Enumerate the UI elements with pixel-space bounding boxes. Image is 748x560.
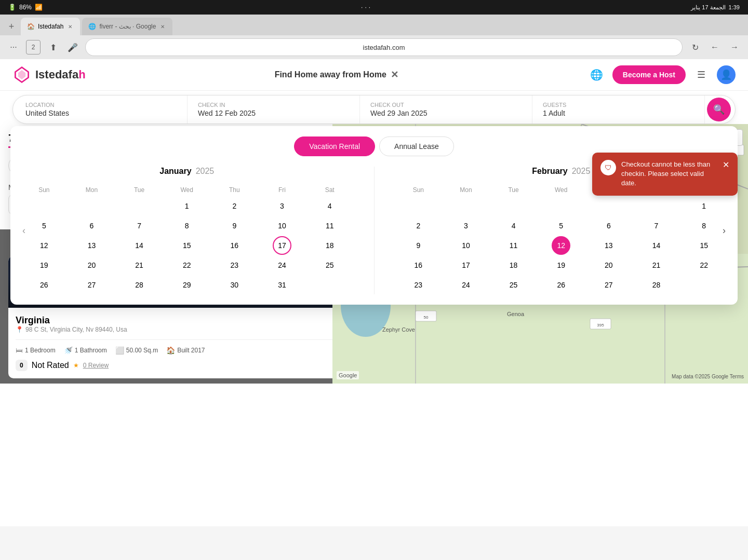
checkin-value: Wed 12 Feb 2025	[198, 109, 349, 117]
jan-day-28[interactable]: 28	[130, 276, 149, 294]
tab-fiverr-icon: 🌐	[88, 23, 96, 30]
jan-day-30[interactable]: 30	[225, 276, 244, 294]
wifi-icon: 📶	[35, 4, 43, 11]
jan-day-27[interactable]: 27	[82, 276, 101, 294]
jan-day-13[interactable]: 13	[82, 236, 101, 255]
google-watermark: Google	[337, 371, 359, 379]
jan-day-23[interactable]: 23	[225, 256, 244, 275]
location-value: United States	[25, 109, 177, 117]
jan-day-15[interactable]: 15	[178, 236, 196, 255]
refresh-button[interactable]: ↻	[688, 40, 702, 54]
guests-label: Guests	[543, 102, 694, 108]
jan-day-18[interactable]: 18	[320, 236, 332, 255]
jan-day-25[interactable]: 25	[320, 256, 332, 275]
header-right: 🌐 Become a Host ☰ 👤	[587, 65, 736, 84]
new-tab-button[interactable]: +	[4, 19, 19, 34]
jan-day-3[interactable]: 3	[273, 197, 291, 215]
genoa-label: Genoa	[507, 311, 524, 317]
error-close-button[interactable]: ✕	[723, 160, 729, 170]
dots-menu-button[interactable]: ···	[6, 40, 21, 54]
jan-day-19[interactable]: 19	[35, 256, 54, 275]
tab-istedafah-label: Istedafah	[38, 23, 63, 30]
calendars: ‹ January 2025 Sun Mon Tue Wed	[21, 167, 332, 294]
left-panel: 7 Prope Vacation Rental Annual Lease ‹ J…	[0, 124, 332, 384]
calendar-prev-button[interactable]: ‹	[17, 223, 31, 238]
status-bar: 🔋 86% 📶 ··· الجمعة 17 يناير 1:39	[0, 0, 748, 15]
back-button[interactable]: ←	[707, 40, 722, 54]
jan-day-31[interactable]: 31	[273, 276, 291, 294]
checkin-label: Check In	[198, 102, 349, 108]
bath-icon: 🚿	[64, 346, 73, 354]
jan-day-14[interactable]: 14	[130, 236, 149, 255]
tab-close-fiverr[interactable]: ✕	[159, 23, 166, 30]
jan-day-12[interactable]: 12	[35, 236, 54, 255]
jan-day-26[interactable]: 26	[35, 276, 54, 294]
location-field[interactable]: Location United States	[15, 95, 188, 124]
user-avatar[interactable]: 👤	[717, 65, 736, 84]
menu-button[interactable]: ☰	[692, 65, 711, 84]
close-search-button[interactable]: ✕	[391, 69, 398, 80]
property-name-address: Virginia 📍 98 C St, Virginia City, Nv 89…	[16, 315, 127, 333]
review-link[interactable]: 0 Review	[83, 362, 109, 369]
jan-day-2[interactable]: 2	[225, 197, 244, 215]
browser-tabs: + 🏠 Istedafah ✕ 🌐 fiverr - بحث · Google …	[0, 15, 748, 35]
sqm-feature: ⬜ 50.00 Sq.m	[115, 346, 158, 354]
share-button[interactable]: ⬆	[46, 40, 60, 54]
map-copyright: Map data ©2025 Google Terms	[672, 374, 744, 379]
jan-empty-3	[130, 197, 149, 215]
guests-value: 1 Adult	[543, 109, 694, 117]
logo-text: Istedafah	[35, 68, 86, 81]
jan-sun-header: Sun	[21, 184, 68, 196]
jan-day-9[interactable]: 9	[225, 216, 244, 235]
jan-day-7[interactable]: 7	[130, 216, 149, 235]
error-message: Checkout cannot be less than checkin. Pl…	[621, 160, 717, 188]
svg-text:395: 395	[597, 323, 604, 327]
jan-day-8[interactable]: 8	[178, 216, 196, 235]
jan-day-5[interactable]: 5	[35, 216, 54, 235]
search-button[interactable]: 🔍	[707, 98, 731, 121]
tab-count-button[interactable]: 2	[26, 40, 41, 54]
jan-day-10[interactable]: 10	[273, 216, 291, 235]
jan-day-16[interactable]: 16	[225, 236, 244, 255]
jan-sat-header: Sat	[306, 184, 332, 196]
jan-fri-header: Fri	[259, 184, 305, 196]
svg-marker-1	[18, 70, 25, 79]
tab-close-istedafah[interactable]: ✕	[66, 23, 74, 30]
language-button[interactable]: 🌐	[587, 65, 606, 84]
tab-istedafah[interactable]: 🏠 Istedafah ✕	[21, 18, 80, 35]
property-features: 🛏 1 Bedroom 🚿 1 Bathroom ⬜ 50.00 Sq.m	[16, 339, 332, 354]
jan-day-22[interactable]: 22	[178, 256, 196, 275]
jan-day-20[interactable]: 20	[82, 256, 101, 275]
tab-fiverr[interactable]: 🌐 fiverr - بحث · Google ✕	[82, 18, 172, 35]
forward-button[interactable]: →	[727, 40, 742, 54]
logo[interactable]: Istedafah	[12, 65, 86, 84]
vacation-rental-tab[interactable]: Vacation Rental	[294, 136, 332, 156]
become-host-button[interactable]: Become a Host	[612, 65, 686, 84]
search-bar-header: Find Home away from Home ✕	[96, 69, 577, 80]
jan-day-4[interactable]: 4	[320, 197, 332, 215]
jan-day-24[interactable]: 24	[273, 256, 291, 275]
error-toast: 🛡 Checkout cannot be less than checkin. …	[592, 153, 738, 196]
mic-button[interactable]: 🎤	[65, 40, 80, 54]
jan-tue-header: Tue	[116, 184, 163, 196]
checkout-label: Check Out	[370, 102, 522, 108]
jan-day-29[interactable]: 29	[178, 276, 196, 294]
time-display: 1:39	[729, 4, 740, 10]
jan-thu-header: Thu	[211, 184, 258, 196]
built-feature: 🏠 Built 2017	[166, 346, 205, 354]
jan-day-11[interactable]: 11	[320, 216, 332, 235]
checkout-field[interactable]: Check Out Wed 29 Jan 2025	[360, 95, 532, 124]
rating-badge: 0	[16, 360, 28, 371]
built-icon: 🏠	[166, 346, 175, 354]
jan-day-17[interactable]: 17	[273, 236, 291, 255]
page: Istedafah Find Home away from Home ✕ 🌐 B…	[0, 59, 748, 526]
checkin-field[interactable]: Check In Wed 12 Feb 2025	[188, 95, 360, 124]
property-name: Virginia	[16, 315, 127, 326]
search-form: Location United States Check In Wed 12 F…	[12, 95, 736, 124]
jan-day-6[interactable]: 6	[82, 216, 101, 235]
url-text: istedafah.com	[94, 44, 674, 51]
guests-field[interactable]: Guests 1 Adult	[532, 95, 705, 124]
jan-day-1[interactable]: 1	[178, 197, 196, 215]
jan-day-21[interactable]: 21	[130, 256, 149, 275]
url-bar[interactable]: istedafah.com	[85, 38, 683, 56]
